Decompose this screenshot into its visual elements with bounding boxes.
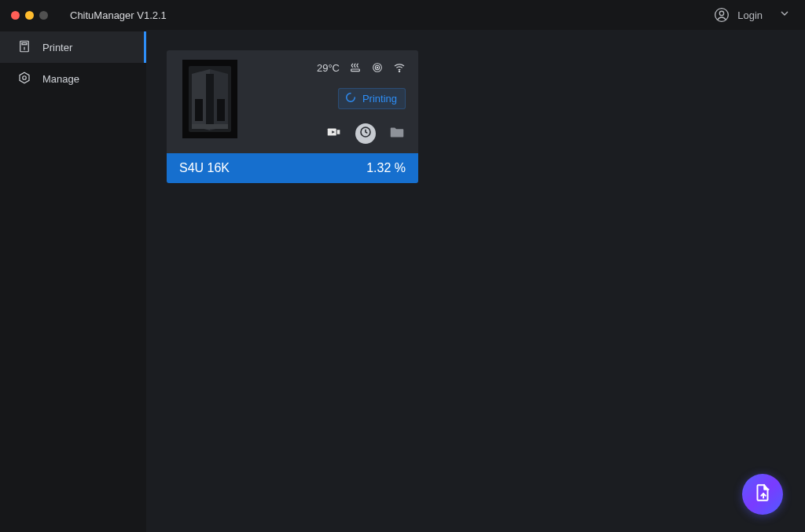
minimize-window-button[interactable] bbox=[25, 11, 34, 20]
card-bottom: S4U 16K 1.32 % bbox=[167, 153, 418, 183]
window-controls bbox=[11, 11, 48, 20]
wifi-icon bbox=[393, 61, 406, 74]
svg-rect-12 bbox=[192, 124, 228, 129]
sidebar: Printer Manage bbox=[0, 30, 146, 532]
temperature-label: 29°C bbox=[317, 62, 340, 74]
printer-thumbnail bbox=[182, 60, 237, 138]
card-info: 29°C bbox=[252, 60, 406, 144]
svg-rect-14 bbox=[217, 99, 225, 121]
folder-icon bbox=[388, 130, 406, 143]
header-chevron-button[interactable] bbox=[778, 7, 791, 23]
content-area: 29°C bbox=[146, 30, 805, 532]
titlebar-left: ChituManager V1.2.1 bbox=[11, 9, 167, 21]
camera-button[interactable] bbox=[325, 123, 343, 144]
clock-icon bbox=[359, 126, 372, 141]
video-camera-icon bbox=[325, 130, 343, 143]
sidebar-item-printer[interactable]: Printer bbox=[0, 31, 146, 63]
target-icon bbox=[371, 61, 384, 74]
card-top: 29°C bbox=[167, 50, 418, 153]
sidebar-item-manage[interactable]: Manage bbox=[0, 63, 146, 94]
svg-point-1 bbox=[720, 11, 724, 15]
printer-image-svg bbox=[182, 60, 237, 138]
heater-icon bbox=[349, 61, 362, 74]
spinner-icon bbox=[345, 92, 356, 105]
login-label: Login bbox=[737, 9, 763, 21]
svg-point-18 bbox=[377, 67, 377, 68]
printing-status-label: Printing bbox=[362, 93, 397, 105]
printer-icon bbox=[17, 39, 31, 56]
titlebar: ChituManager V1.2.1 Login bbox=[0, 0, 805, 30]
status-icons-row: 29°C bbox=[317, 61, 406, 74]
chevron-down-icon bbox=[778, 7, 791, 23]
sidebar-item-label: Printer bbox=[42, 42, 72, 53]
close-window-button[interactable] bbox=[11, 11, 20, 20]
settings-hex-icon bbox=[17, 71, 31, 87]
svg-rect-15 bbox=[351, 69, 360, 72]
sidebar-item-label: Manage bbox=[42, 73, 79, 85]
file-upload-icon bbox=[752, 482, 773, 506]
svg-marker-5 bbox=[20, 72, 29, 83]
login-button[interactable]: Login bbox=[714, 7, 763, 23]
titlebar-right: Login bbox=[714, 7, 791, 23]
upload-fab[interactable] bbox=[742, 474, 783, 515]
svg-point-19 bbox=[399, 71, 399, 72]
printer-card[interactable]: 29°C bbox=[167, 50, 418, 183]
user-circle-icon bbox=[714, 7, 730, 23]
printer-progress: 1.32 % bbox=[366, 161, 406, 175]
svg-rect-13 bbox=[195, 99, 203, 121]
svg-rect-11 bbox=[206, 74, 214, 124]
printer-name: S4U 16K bbox=[179, 161, 230, 175]
files-button[interactable] bbox=[388, 123, 406, 144]
main-layout: Printer Manage bbox=[0, 30, 805, 532]
app-title: ChituManager V1.2.1 bbox=[70, 9, 167, 21]
svg-rect-3 bbox=[22, 42, 27, 44]
card-action-row bbox=[325, 123, 406, 144]
maximize-window-button[interactable] bbox=[39, 11, 48, 20]
printing-status-badge: Printing bbox=[338, 88, 406, 109]
svg-point-6 bbox=[23, 75, 27, 79]
history-button[interactable] bbox=[355, 123, 376, 144]
svg-rect-22 bbox=[337, 130, 340, 134]
